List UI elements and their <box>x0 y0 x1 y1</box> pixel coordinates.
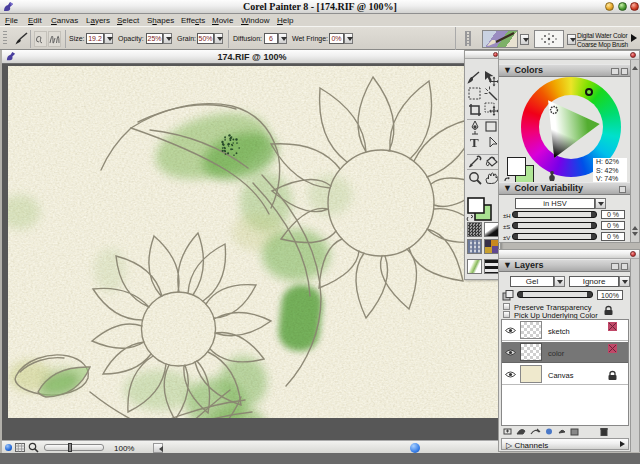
svg-text:T: T <box>470 135 479 150</box>
